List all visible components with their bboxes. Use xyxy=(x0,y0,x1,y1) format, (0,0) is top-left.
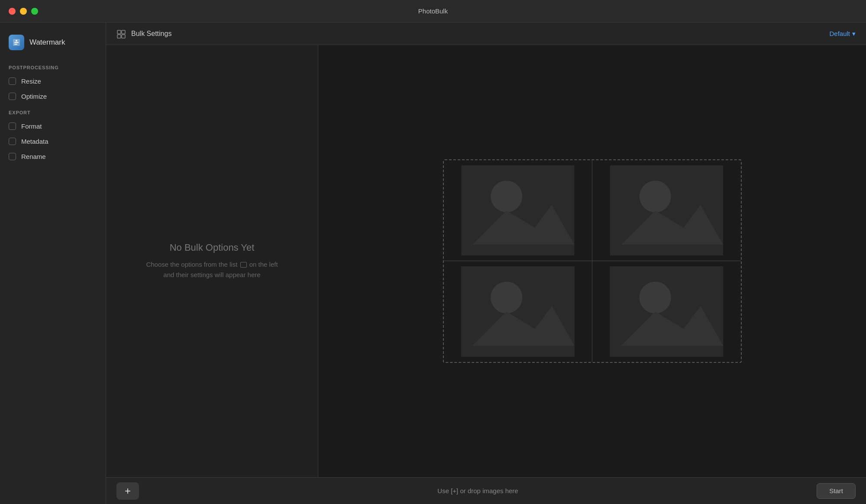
svg-point-3 xyxy=(16,40,17,42)
svg-point-15 xyxy=(491,281,522,313)
sidebar-item-metadata[interactable]: Metadata xyxy=(0,134,106,149)
format-checkbox[interactable] xyxy=(9,123,16,130)
no-options-desc: Choose the options from the list on the … xyxy=(143,259,281,280)
resize-checkbox[interactable] xyxy=(9,78,16,85)
svg-rect-4 xyxy=(117,30,121,34)
postprocessing-section-title: POSTPROCESSING xyxy=(0,59,106,74)
svg-point-12 xyxy=(639,181,671,212)
svg-rect-6 xyxy=(117,35,121,38)
svg-point-18 xyxy=(639,281,671,313)
metadata-label: Metadata xyxy=(21,138,48,145)
window-controls xyxy=(9,8,38,15)
app-title: PhotoBulk xyxy=(418,7,448,15)
default-dropdown[interactable]: Default ▾ xyxy=(829,30,856,38)
dropdown-chevron-icon: ▾ xyxy=(852,30,856,38)
optimize-label: Optimize xyxy=(21,93,47,100)
sidebar: Watermark POSTPROCESSING Resize Optimize… xyxy=(0,23,106,504)
bulk-settings-title: Bulk Settings xyxy=(131,30,824,38)
close-button[interactable] xyxy=(9,8,16,15)
rename-checkbox[interactable] xyxy=(9,153,16,160)
main-layout: Watermark POSTPROCESSING Resize Optimize… xyxy=(0,23,866,504)
bottom-bar: + Use [+] or drop images here Start xyxy=(106,477,866,504)
no-options-title: No Bulk Options Yet xyxy=(170,242,255,253)
maximize-button[interactable] xyxy=(31,8,38,15)
optimize-checkbox[interactable] xyxy=(9,93,16,100)
svg-rect-7 xyxy=(122,35,125,38)
rename-label: Rename xyxy=(21,153,46,160)
title-bar: PhotoBulk xyxy=(0,0,866,23)
drop-hint: Use [+] or drop images here xyxy=(139,487,817,494)
preview-cell-1 xyxy=(444,160,592,261)
export-section-title: EXPORT xyxy=(0,104,106,119)
sidebar-item-rename[interactable]: Rename xyxy=(0,149,106,164)
preview-cell-4 xyxy=(592,261,741,362)
preview-image-grid xyxy=(443,159,742,363)
svg-rect-5 xyxy=(122,30,125,34)
svg-rect-1 xyxy=(14,42,19,43)
svg-point-9 xyxy=(491,181,522,212)
content-header: Bulk Settings Default ▾ xyxy=(106,23,866,45)
preview-cell-3 xyxy=(444,261,592,362)
default-label: Default xyxy=(829,30,850,37)
bulk-panel: No Bulk Options Yet Choose the options f… xyxy=(106,45,318,477)
format-label: Format xyxy=(21,123,42,130)
watermark-icon xyxy=(9,35,24,50)
preview-panel xyxy=(318,45,866,477)
minimize-button[interactable] xyxy=(20,8,27,15)
sidebar-item-resize[interactable]: Resize xyxy=(0,74,106,89)
start-button[interactable]: Start xyxy=(817,483,856,499)
sidebar-item-optimize[interactable]: Optimize xyxy=(0,89,106,104)
preview-cell-2 xyxy=(592,160,741,261)
content-area: Bulk Settings Default ▾ No Bulk Options … xyxy=(106,23,866,504)
add-button[interactable]: + xyxy=(116,482,139,500)
sidebar-item-watermark[interactable]: Watermark xyxy=(0,31,106,59)
sidebar-item-format[interactable]: Format xyxy=(0,119,106,134)
metadata-checkbox[interactable] xyxy=(9,138,16,145)
svg-rect-2 xyxy=(14,44,17,45)
resize-label: Resize xyxy=(21,78,41,85)
watermark-label: Watermark xyxy=(29,38,65,47)
bulk-settings-icon xyxy=(116,29,126,39)
content-body: No Bulk Options Yet Choose the options f… xyxy=(106,45,866,477)
